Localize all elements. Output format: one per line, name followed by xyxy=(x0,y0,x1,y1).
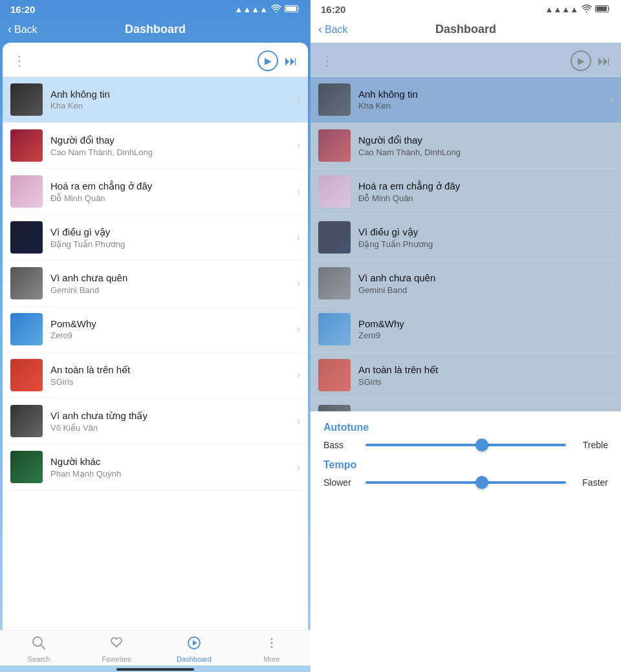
back-chevron-right: ‹ xyxy=(318,23,322,36)
song-artist-right: Đặng Tuấn Phương xyxy=(358,239,606,249)
song-item-right[interactable]: Vì anh chưa từng thấy Võ Kiều Vân › xyxy=(310,398,621,411)
tempo-slider-track[interactable] xyxy=(365,481,566,484)
song-info: Vì anh chưa từng thấy Võ Kiều Vân xyxy=(50,410,293,433)
favorites-nav-icon xyxy=(109,636,124,654)
song-item[interactable]: Hoá ra em chẳng ở đây Đỗ Minh Quân › xyxy=(3,169,308,215)
song-item[interactable]: Người đổi thay Cao Nam Thành, DinhLong › xyxy=(3,123,308,169)
song-info: Vì anh chưa quên Gemini Band xyxy=(50,272,293,295)
song-item-right[interactable]: Người đổi thay Cao Nam Thành, DinhLong › xyxy=(310,123,621,169)
song-title: Vì anh chưa từng thấy xyxy=(50,410,293,422)
nav-item-favorites[interactable]: Favorites xyxy=(97,636,136,663)
song-chevron-icon-right: › xyxy=(610,277,613,289)
song-thumb-right xyxy=(318,221,351,254)
status-icons-right: ▲▲▲▲ xyxy=(545,5,611,15)
back-button-left[interactable]: ‹ Back xyxy=(8,23,38,36)
svg-rect-10 xyxy=(596,6,607,11)
time-left: 16:20 xyxy=(10,4,35,15)
svg-marker-5 xyxy=(193,640,197,645)
song-item-right[interactable]: Vì anh chưa quên Gemini Band › xyxy=(310,261,621,307)
song-title-right: Vì anh chưa quên xyxy=(358,272,606,284)
dashboard-play-icon xyxy=(187,636,201,650)
faster-label: Faster xyxy=(572,477,608,488)
back-chevron-left: ‹ xyxy=(8,23,12,36)
dashboard-nav-icon xyxy=(187,636,201,654)
back-button-right[interactable]: ‹ Back xyxy=(318,23,348,36)
play-icon-right: ▶ xyxy=(578,56,585,66)
menu-dots-right[interactable]: ⋮ xyxy=(321,53,335,69)
song-thumb-right xyxy=(318,405,351,411)
back-label-right: Back xyxy=(325,24,348,36)
player-controls-left: ▶ ⏭ xyxy=(257,50,298,71)
song-thumb-right xyxy=(318,359,351,391)
home-indicator-left xyxy=(116,668,194,671)
song-thumb xyxy=(10,83,43,116)
song-info: Hoá ra em chẳng ở đây Đỗ Minh Quân xyxy=(50,180,293,203)
autotune-panel: Autotune Bass Treble Tempo Slower Faster xyxy=(310,411,621,672)
nav-item-more[interactable]: More xyxy=(252,636,291,663)
skip-button-right[interactable]: ⏭ xyxy=(598,54,611,69)
autotune-slider-thumb[interactable] xyxy=(475,439,488,451)
tempo-slider-thumb[interactable] xyxy=(475,476,488,489)
wifi-icon-right xyxy=(582,5,592,15)
song-item[interactable]: Pom&Why Zero9 › xyxy=(3,307,308,352)
bass-label: Bass xyxy=(323,440,359,450)
song-artist: Gemini Band xyxy=(50,285,293,295)
svg-point-7 xyxy=(271,642,273,644)
song-chevron-icon: › xyxy=(297,369,300,381)
song-list-left: Anh không tin Kha Ken › Người đổi thay C… xyxy=(3,77,308,630)
left-panel: 16:20 ▲▲▲▲ ‹ Bac xyxy=(0,0,310,672)
nav-bar-left: ‹ Back Dashboard xyxy=(0,17,310,43)
song-info-right: Vì điều gì vậy Đặng Tuấn Phương xyxy=(358,226,606,249)
song-thumb-right xyxy=(318,83,351,116)
wifi-icon xyxy=(271,5,281,15)
song-info-right: Người đổi thay Cao Nam Thành, DinhLong xyxy=(358,135,606,157)
nav-title-right: Dashboard xyxy=(435,23,496,36)
song-item[interactable]: An toàn là trên hết SGirls › xyxy=(3,352,308,398)
song-title: Người đổi thay xyxy=(50,135,293,146)
song-item-right[interactable]: Pom&Why Zero9 › xyxy=(310,307,621,352)
song-item-right[interactable]: Vì điều gì vậy Đặng Tuấn Phương › xyxy=(310,215,621,261)
song-chevron-icon: › xyxy=(297,415,300,427)
song-item[interactable]: Vì anh chưa từng thấy Võ Kiều Vân › xyxy=(3,398,308,444)
song-title-right: An toàn là trên hết xyxy=(358,364,606,376)
player-toolbar-left: ⋮ ▶ ⏭ xyxy=(3,43,308,77)
dashboard-nav-label: Dashboard xyxy=(177,655,212,663)
song-thumb-right xyxy=(318,313,351,345)
song-artist-right: Kha Ken xyxy=(358,101,606,111)
more-nav-icon xyxy=(265,636,279,654)
song-title: Hoá ra em chẳng ở đây xyxy=(50,180,293,192)
song-item[interactable]: Vì anh chưa quên Gemini Band › xyxy=(3,261,308,307)
song-title: Vì anh chưa quên xyxy=(50,272,293,284)
song-item-right[interactable]: An toàn là trên hết SGirls › xyxy=(310,352,621,398)
song-artist: Võ Kiều Vân xyxy=(50,423,293,433)
song-artist: Phan Mạnh Quỳnh xyxy=(50,469,293,479)
song-list-right: Anh không tin Kha Ken › Người đổi thay C… xyxy=(310,77,621,411)
nav-item-search[interactable]: Search xyxy=(19,636,58,663)
favorites-icon xyxy=(109,636,124,650)
song-item[interactable]: Người khác Phan Mạnh Quỳnh › xyxy=(3,444,308,490)
song-chevron-icon-right: › xyxy=(610,186,613,197)
player-controls-right: ▶ ⏭ xyxy=(571,50,611,71)
autotune-title: Autotune xyxy=(323,422,608,433)
song-item[interactable]: Anh không tin Kha Ken › xyxy=(3,77,308,123)
song-item-right[interactable]: Hoá ra em chẳng ở đây Đỗ Minh Quân › xyxy=(310,169,621,215)
song-chevron-icon: › xyxy=(297,94,300,105)
song-title: Anh không tin xyxy=(50,89,293,100)
song-item[interactable]: Vì điều gì vậy Đặng Tuấn Phương › xyxy=(3,215,308,261)
menu-dots-left[interactable]: ⋮ xyxy=(13,53,27,69)
song-info-right: Pom&Why Zero9 xyxy=(358,318,606,340)
play-button-right[interactable]: ▶ xyxy=(571,50,591,71)
play-button-left[interactable]: ▶ xyxy=(257,50,278,71)
skip-button-left[interactable]: ⏭ xyxy=(285,54,298,69)
battery-icon-right xyxy=(595,5,611,15)
right-panel: 16:20 ▲▲▲▲ ‹ Bac xyxy=(310,0,621,672)
nav-item-dashboard[interactable]: Dashboard xyxy=(175,636,213,663)
song-thumb xyxy=(10,175,43,208)
song-chevron-icon: › xyxy=(297,186,300,197)
autotune-slider-track[interactable] xyxy=(365,444,566,446)
song-artist-right: Zero9 xyxy=(358,331,606,340)
song-info: Pom&Why Zero9 xyxy=(50,318,293,340)
song-item-right[interactable]: Anh không tin Kha Ken › xyxy=(310,77,621,123)
search-icon xyxy=(32,636,46,650)
song-artist-right: Đỗ Minh Quân xyxy=(358,193,606,203)
